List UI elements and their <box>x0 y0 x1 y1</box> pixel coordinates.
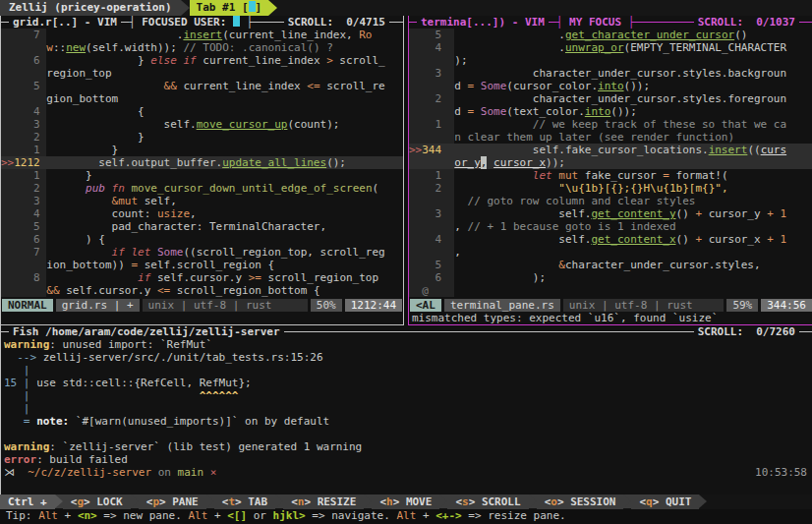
powerline-arrow-icon <box>181 0 190 16</box>
keybar-item-lock[interactable]: <g> LOCK <box>63 495 131 509</box>
line-number: 2 <box>1 131 46 144</box>
text-token: } <box>46 169 91 182</box>
code-line[interactable]: 5 && current_line_index <= scroll_re <box>1 80 403 92</box>
code-line[interactable]: | <box>4 364 812 377</box>
code-line[interactable]: , <box>409 246 812 259</box>
code-line[interactable]: 6 ) { <box>1 233 403 246</box>
code-line[interactable]: // goto row column and clear styles <box>409 195 812 207</box>
keybar-item-scroll[interactable]: <s> SCROLL <box>447 495 528 509</box>
shell-prompt-row[interactable]: ⋊ ~/c/z/zellij-server on main × 10:53:58 <box>1 466 812 479</box>
keybar-item-quit[interactable]: <q> QUIT <box>631 495 699 509</box>
code-line[interactable]: 3 &mut self, <box>1 195 403 207</box>
line-number: 4 <box>1 207 46 220</box>
code-line[interactable]: 4 { <box>1 105 403 118</box>
code-area: 5 .get_character_under_cursor() 4 .unwra… <box>409 29 812 297</box>
code-line[interactable]: >>344 self.fake_cursor_locations.insert(… <box>409 144 812 156</box>
line-number: 5 <box>1 80 46 92</box>
text-token: () <box>734 29 747 41</box>
tab-1[interactable]: Tab #1 [] <box>190 0 269 16</box>
code-line[interactable]: Tip: Alt + <n> => new pane. Alt + <[] or… <box>6 509 812 522</box>
text-token: new <box>66 41 86 54</box>
text-token <box>774 207 781 220</box>
code-line[interactable]: >>1212 self.output_buffer.update_all_lin… <box>1 156 403 169</box>
line-number <box>409 131 454 144</box>
shell-prompt[interactable]: ⋊ ~/c/z/zellij-server on main × <box>1 466 216 479</box>
code-line[interactable]: 5 pad_character: TerminalCharacter, <box>1 220 403 233</box>
keybar-item-pane[interactable]: <p> PANE <box>139 495 206 509</box>
code-line[interactable]: 7 .insert(current_line_index, Ro <box>1 29 403 41</box>
text-token: `#[warn(unused_imports)]` on by default <box>69 415 329 428</box>
code-line[interactable]: 4 .unwrap_or(EMPTY_TERMINAL_CHARACTER <box>409 41 812 54</box>
code-line[interactable]: 2 "\u{1b}[{};{}H\u{1b}[m{}", <box>409 182 812 195</box>
text-token: or <box>247 509 273 522</box>
code-line[interactable]: 4 count: usize, <box>1 207 403 220</box>
code-line[interactable]: 2 } <box>1 131 403 144</box>
code-line[interactable]: d = Some(cursor_color.into()); <box>409 80 812 92</box>
code-line[interactable]: gion_bottom <box>1 92 403 105</box>
text-token: ((scroll_region_top, scroll_reg <box>183 246 384 259</box>
keybar-item-move[interactable]: <h> MOVE <box>372 495 439 509</box>
code-line[interactable]: | ^^^^^^ <box>4 389 812 402</box>
line-number <box>409 220 454 233</box>
text-token: > <box>235 495 248 508</box>
keybar-item-session[interactable]: <o> SESSION <box>537 495 624 509</box>
code-line[interactable]: 6 ); <box>409 271 812 284</box>
code-line[interactable]: 5 &character_under_cursor.styles, <box>409 259 812 271</box>
line-number <box>1 41 46 54</box>
text-token: > <box>469 495 482 508</box>
line-number <box>1 92 46 105</box>
keybar-item-tab[interactable]: <t> TAB <box>214 495 275 509</box>
text-token: >= <box>249 271 261 284</box>
code-line[interactable]: warning: `zellij-server` (lib test) gene… <box>4 440 812 453</box>
text-token: pad_character: TerminalCharacter, <box>46 220 326 233</box>
text-token: // TODO: .canonical() ? <box>183 41 332 54</box>
text-token: self, <box>138 195 177 207</box>
text-token: + <box>58 509 78 522</box>
code-line[interactable]: n clear them up later (see render functi… <box>409 131 812 144</box>
code-line[interactable]: 1 } <box>1 169 403 182</box>
code-line[interactable]: 2 pub fn move_cursor_down_until_edge_of_… <box>1 182 403 195</box>
code-line[interactable]: @ <box>409 284 812 297</box>
text-token: ⋊ <box>4 466 28 479</box>
code-line[interactable]: 4 self.get_content_x() + cursor_x + 1 <box>409 233 812 246</box>
code-line[interactable]: | <box>4 402 812 415</box>
code-line[interactable]: 3 self.move_cursor_up(count); <box>1 118 403 131</box>
text-token: > <box>159 495 172 508</box>
line-number: 2 <box>1 182 46 195</box>
text-token: MOVE <box>406 495 433 508</box>
code-line[interactable]: ion_bottom)) = self.scroll_region { <box>1 259 403 271</box>
pane-fish-shell[interactable]: Fish /home/aram/code/zellij/zellij-serve… <box>0 325 812 495</box>
code-line[interactable]: 3 character_under_cursor.styles.backgrou… <box>409 67 812 80</box>
code-line[interactable]: , // + 1 because goto is 1 indexed <box>409 220 812 233</box>
code-line[interactable]: ); <box>409 54 812 67</box>
code-line[interactable] <box>4 428 812 440</box>
code-line[interactable]: 7 if let Some((scroll_region_top, scroll… <box>1 246 403 259</box>
keybar-item-resize[interactable]: <n> RESIZE <box>283 495 364 509</box>
text-token: <= <box>157 284 170 297</box>
code-line[interactable]: 3 self.get_content_y() + cursor_y + 1 <box>409 207 812 220</box>
code-line[interactable]: && self.cursor.y <= scroll_region_bottom… <box>1 284 403 297</box>
code-line[interactable]: warning: unused import: `RefMut` <box>4 338 812 351</box>
powerline-arrow-icon <box>131 495 139 508</box>
pane-terminal-pane-rs[interactable]: termina[...]) - VIM ┤ MY FOCUS ├ SCROLL:… <box>408 16 812 325</box>
code-line[interactable]: 2 character_under_cursor.styles.foregrou… <box>409 92 812 105</box>
code-line[interactable]: 8 if self.cursor.y >= scroll_region_top <box>1 271 403 284</box>
code-line[interactable]: = note: `#[warn(unused_imports)]` on by … <box>4 415 812 428</box>
pane-grid-rs[interactable]: grid.r[..] - VIM ┤ FOCUSED USER: ├ SCROL… <box>0 16 404 325</box>
code-line[interactable]: 15 | use std::cell::{RefCell, RefMut}; <box>4 377 812 389</box>
code-line[interactable]: d = Some(text_color.into()); <box>409 105 812 118</box>
code-line[interactable]: region_top <box>1 67 403 80</box>
code-line[interactable]: 1 let mut fake_cursor = format!( <box>409 169 812 182</box>
status-segment-mode: NORMAL <box>2 299 53 312</box>
text-token: (count); <box>287 118 339 131</box>
code-line[interactable]: ⋊ ~/c/z/zellij-server on main × <box>4 466 216 479</box>
code-line[interactable]: 5 .get_character_under_cursor() <box>409 29 812 41</box>
code-line[interactable]: 1 // we keep track of these so that we c… <box>409 118 812 131</box>
code-line[interactable]: --> zellij-server/src/./unit/tab_tests.r… <box>4 351 812 364</box>
text-token <box>454 182 558 195</box>
code-line[interactable]: 6 } else if current_line_index > scroll_ <box>1 54 403 67</box>
code-line[interactable]: or_y, cursor_x)); <box>409 156 812 169</box>
code-line[interactable]: error: build failed <box>4 453 812 466</box>
code-line[interactable]: 1 } <box>1 144 403 156</box>
code-line[interactable]: w::new(self.width)); // TODO: .canonical… <box>1 41 403 54</box>
